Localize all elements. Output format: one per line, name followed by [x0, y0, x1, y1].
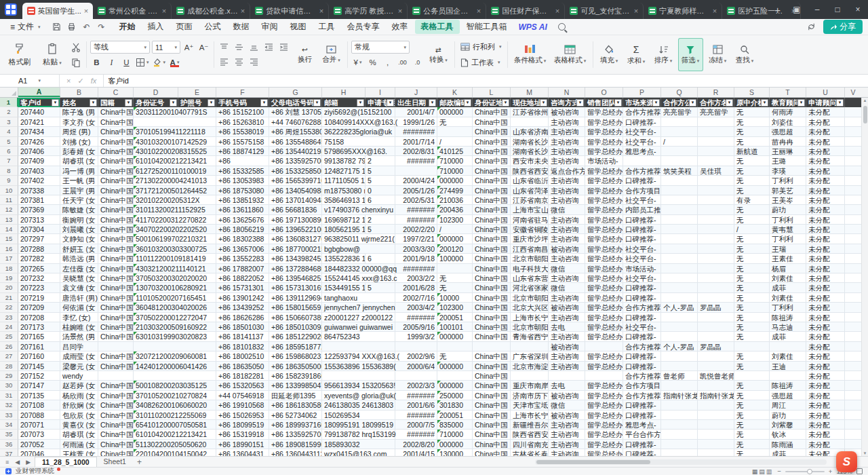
cell[interactable]: 被动咨询	[549, 411, 585, 420]
cell[interactable]: 无	[734, 293, 770, 303]
cell[interactable]: 留学总经办	[585, 352, 623, 361]
cell[interactable]: 710000	[437, 166, 473, 176]
menu-tab-5[interactable]: 数据	[227, 20, 256, 34]
cell[interactable]	[661, 195, 698, 205]
cell[interactable]: China中国	[98, 411, 134, 420]
cell[interactable]: China中国	[473, 254, 511, 263]
cell[interactable]: 社交平台-	[623, 137, 661, 147]
cell[interactable]: China中国	[98, 166, 134, 176]
cell[interactable]: 被动咨询	[549, 342, 585, 352]
cell[interactable]: #######	[395, 313, 437, 322]
file-tab[interactable]: 常州公积金 .xlsx×	[93, 3, 172, 19]
cell[interactable]: 新疆维吾尔	[511, 420, 549, 430]
row-number[interactable]: 8	[0, 166, 18, 176]
header-cell[interactable]: 客户id▼	[18, 98, 60, 107]
close-tab-icon[interactable]: ×	[84, 7, 88, 15]
cell[interactable]: 207152	[18, 371, 60, 381]
cell[interactable]: 未分配	[806, 244, 845, 254]
cell[interactable]: 社交平台-	[623, 322, 661, 332]
cell[interactable]	[698, 283, 734, 292]
cell[interactable]: China中国	[98, 244, 134, 254]
row-number[interactable]: 36	[0, 440, 18, 449]
cell[interactable]: 207402	[18, 176, 60, 185]
cell[interactable]: China中国	[98, 322, 134, 332]
cell[interactable]: 何雨涵 (女	[60, 440, 98, 449]
column-header[interactable]: H	[322, 88, 366, 97]
cell[interactable]	[698, 420, 734, 430]
row-number[interactable]: 5	[0, 137, 18, 147]
cell[interactable]: 未分配	[806, 411, 845, 420]
cell[interactable]: China中国	[98, 176, 134, 185]
cell[interactable]: 610104200212213421	[134, 156, 178, 166]
rows-columns-button[interactable]: 行和列▾	[458, 41, 504, 54]
cell[interactable]: 留学总经办	[585, 440, 623, 449]
conditional-format-button[interactable]: 条件格式▾	[511, 38, 549, 71]
cell[interactable]: +86 1396522100:	[269, 225, 322, 234]
cell[interactable]	[698, 332, 734, 341]
italic-button[interactable]: I	[105, 56, 118, 69]
cell[interactable]: +86 15731301	[216, 283, 269, 292]
close-tab-icon[interactable]: ×	[477, 7, 481, 15]
cell[interactable]: 口碑推荐-	[623, 411, 661, 420]
filter-dropdown-icon[interactable]: ▼	[170, 99, 177, 107]
row-number[interactable]: 15	[0, 234, 18, 244]
cell[interactable]: 黄嘉仪 (女	[60, 420, 98, 430]
decrease-indent-icon[interactable]	[262, 41, 275, 54]
cell[interactable]: ########	[395, 127, 437, 136]
cell[interactable]: #######	[395, 411, 437, 420]
cell[interactable]: 未分配	[806, 117, 845, 127]
table-style-button[interactable]: 表格样式▾	[551, 38, 589, 71]
cell[interactable]: China中国	[98, 254, 134, 263]
cell[interactable]: 留学总经办	[585, 264, 623, 273]
cell[interactable]: 612725200110100019	[134, 166, 178, 176]
cell[interactable]: +86 15026953	[216, 411, 269, 420]
cell[interactable]	[623, 156, 661, 166]
cell[interactable]: 无	[437, 117, 473, 127]
cell[interactable]: 西安市未央	[511, 156, 549, 166]
cell[interactable]: +86 52734062	[269, 411, 322, 420]
cell[interactable]: 刘姿佳	[770, 117, 806, 127]
cell[interactable]: 江苏省徐州	[511, 107, 549, 117]
cell[interactable]: 185893032	[322, 440, 366, 449]
filter-dropdown-icon[interactable]: ▼	[464, 99, 471, 107]
cell[interactable]: 207147	[18, 381, 60, 390]
menu-tab-10[interactable]: 效率	[386, 20, 414, 34]
cell[interactable]: 207297	[18, 234, 60, 244]
cell[interactable]: 留学总经办	[585, 400, 623, 410]
cell[interactable]: China中国	[473, 127, 511, 136]
cell[interactable]: 2001/6/6	[395, 400, 437, 410]
cell[interactable]: 主动咨询	[549, 362, 585, 371]
cell[interactable]: 亮亮留学	[698, 107, 734, 117]
cell[interactable]: +86 17882007	[216, 264, 269, 273]
cell[interactable]: 未分配	[806, 352, 845, 361]
cell[interactable]	[698, 244, 734, 254]
cell[interactable]: 220104200104150042	[134, 449, 178, 456]
cell[interactable]: 左佳薇 (女	[60, 264, 98, 273]
cell[interactable]: +44 7460762888	[269, 117, 322, 127]
cell[interactable]: 湖南省长沙	[511, 137, 549, 147]
cell[interactable]	[661, 313, 698, 322]
cell[interactable]: 无	[734, 391, 770, 400]
cell[interactable]: 上海市宝山	[511, 205, 549, 214]
cell[interactable]: China中国	[98, 264, 134, 273]
redo-icon[interactable]: ↷	[95, 21, 108, 33]
cell[interactable]	[698, 156, 734, 166]
cell[interactable]: 未分配	[806, 400, 845, 410]
cell[interactable]: 雅思考点-	[623, 147, 661, 156]
cell[interactable]: 梁馨元 (女	[60, 362, 98, 371]
cell[interactable]: China中国	[473, 283, 511, 292]
cell[interactable]: 无	[734, 400, 770, 410]
cell[interactable]: +86 15332585	[216, 166, 269, 176]
header-cell[interactable]: 邮箱▼	[322, 98, 366, 107]
cell[interactable]: #######	[395, 391, 437, 400]
increase-font-icon[interactable]: A⁺	[182, 41, 195, 54]
select-all-corner[interactable]	[0, 88, 18, 97]
cell[interactable]: 留学总经办	[585, 381, 623, 390]
row-number[interactable]: 34	[0, 420, 18, 430]
cell[interactable]: +86 1372884680:	[269, 264, 322, 273]
align-bottom-icon[interactable]	[248, 41, 260, 54]
cell[interactable]: China中国	[98, 352, 134, 361]
cell[interactable]: 75158	[322, 137, 366, 147]
cell[interactable]: 主动咨询	[549, 273, 585, 283]
cell[interactable]: China中国	[473, 273, 511, 283]
